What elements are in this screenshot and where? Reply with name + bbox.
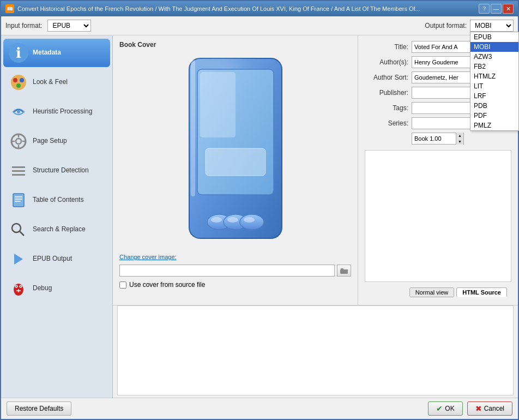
restore-defaults-button[interactable]: Restore Defaults [7, 401, 71, 416]
title-bar: 📖 Convert Historical Epochs of the Frenc… [1, 1, 518, 16]
sidebar-label-debug: Debug [33, 284, 52, 293]
ok-label: OK [445, 405, 454, 412]
page-setup-icon [9, 131, 28, 151]
close-button[interactable]: ✕ [503, 4, 514, 14]
metadata-icon: ℹ [9, 43, 28, 63]
html-source-area[interactable] [117, 305, 514, 395]
sidebar-label-heuristic: Heuristic Processing [33, 107, 92, 116]
use-cover-checkbox[interactable] [119, 281, 126, 289]
action-buttons: ✔ OK ✖ Cancel [428, 401, 512, 416]
main-window: 📖 Convert Historical Epochs of the Frenc… [0, 0, 519, 420]
sidebar-label-search-replace: Search & Replace [33, 225, 86, 234]
output-format-row: Output format: EPUB MOBI EPUB MOBI AZW3 … [425, 20, 514, 32]
dropdown-item-pmlz[interactable]: PMLZ [470, 121, 518, 130]
book-number-input[interactable] [412, 133, 456, 144]
use-cover-row: Use cover from source file [119, 281, 351, 289]
spin-buttons: ▲ ▼ [456, 133, 463, 145]
svg-point-39 [244, 217, 255, 223]
book-cover-image [176, 53, 295, 249]
ok-icon: ✔ [436, 404, 443, 413]
sidebar-item-heuristic[interactable]: Heuristic Processing [3, 98, 110, 126]
cover-input-row [119, 265, 351, 277]
debug-icon [9, 279, 28, 298]
normal-view-tab[interactable]: Normal view [409, 287, 455, 297]
book-cover-title: Book Cover [119, 41, 351, 49]
change-cover-link[interactable]: Change cover image: [119, 254, 351, 260]
sidebar-item-debug[interactable]: Debug [3, 274, 110, 303]
dropdown-item-lit[interactable]: LIT [470, 81, 518, 91]
book-number-spinbox: ▲ ▼ [412, 133, 464, 145]
output-format-select[interactable]: EPUB MOBI [470, 20, 514, 32]
svg-point-2 [20, 78, 24, 82]
sidebar: ℹ Metadata Look & Feel [1, 35, 113, 398]
svg-point-19 [12, 224, 21, 232]
dropdown-item-fb2[interactable]: FB2 [470, 62, 518, 71]
cover-browse-button[interactable] [337, 265, 351, 277]
epub-output-icon [9, 249, 28, 269]
svg-rect-33 [206, 148, 265, 176]
use-cover-label[interactable]: Use cover from source file [129, 281, 205, 289]
svg-rect-40 [191, 60, 195, 196]
input-format-select[interactable]: EPUB MOBI PDF AZW3 [47, 20, 91, 32]
bottom-bar: Restore Defaults ✔ OK ✖ Cancel [1, 398, 518, 419]
dropdown-item-azw3[interactable]: AZW3 [470, 52, 518, 62]
html-source-tab[interactable]: HTML Source [456, 287, 507, 297]
window-title: Convert Historical Epochs of the French … [17, 5, 475, 12]
heuristic-icon [9, 102, 28, 122]
cancel-label: Cancel [484, 405, 504, 412]
dropdown-item-mobi[interactable]: MOBI [470, 42, 518, 52]
app-icon: 📖 [5, 4, 14, 13]
dropdown-item-lrf[interactable]: LRF [470, 91, 518, 101]
svg-line-20 [20, 231, 24, 236]
minimize-button[interactable]: — [491, 4, 502, 14]
svg-marker-21 [14, 254, 23, 265]
sidebar-item-epub-output[interactable]: EPUB Output [3, 245, 110, 273]
sidebar-label-metadata: Metadata [33, 49, 61, 57]
search-replace-icon [9, 220, 28, 239]
sidebar-item-metadata[interactable]: ℹ Metadata [3, 39, 110, 67]
title-label: Title: [365, 43, 408, 51]
sidebar-item-page-setup[interactable]: Page Setup [3, 127, 110, 155]
svg-rect-32 [200, 72, 236, 137]
sidebar-item-search-replace[interactable]: Search & Replace [3, 215, 110, 244]
svg-rect-14 [13, 194, 24, 207]
series-label: Series: [365, 119, 408, 127]
toolbar: Input format: EPUB MOBI PDF AZW3 Output … [1, 16, 518, 35]
svg-point-1 [13, 78, 17, 82]
dropdown-item-pdb[interactable]: PDB [470, 101, 518, 111]
svg-rect-11 [12, 166, 25, 168]
toc-icon [9, 190, 28, 210]
tags-label: Tags: [365, 104, 408, 112]
svg-rect-13 [12, 174, 25, 176]
spin-down-button[interactable]: ▼ [456, 139, 463, 145]
structure-icon [9, 161, 28, 181]
help-button[interactable]: ? [479, 4, 490, 14]
sidebar-item-toc[interactable]: Table of Contents [3, 186, 110, 214]
svg-rect-42 [341, 268, 343, 270]
output-format-container: EPUB MOBI EPUB MOBI AZW3 FB2 HTMLZ LIT L… [470, 20, 514, 32]
cover-path-input[interactable] [119, 265, 335, 277]
dropdown-item-epub[interactable]: EPUB [470, 32, 518, 42]
svg-point-37 [211, 217, 222, 223]
svg-rect-12 [12, 170, 25, 172]
svg-point-25 [16, 286, 17, 287]
svg-point-38 [227, 217, 238, 223]
description-area[interactable] [365, 150, 511, 282]
cancel-button[interactable]: ✖ Cancel [467, 401, 512, 416]
ok-button[interactable]: ✔ OK [428, 401, 462, 416]
sidebar-item-look-feel[interactable]: Look & Feel [3, 68, 110, 97]
sidebar-label-structure: Structure Detection [33, 166, 89, 175]
output-format-dropdown[interactable]: EPUB MOBI AZW3 FB2 HTMLZ LIT LRF PDB PDF… [470, 32, 519, 131]
main-content: ℹ Metadata Look & Feel [1, 35, 518, 398]
dropdown-item-htmlz[interactable]: HTMLZ [470, 71, 518, 81]
sidebar-label-toc: Table of Contents [33, 196, 83, 205]
look-feel-icon [9, 73, 28, 92]
panel-top: Book Cover [113, 35, 518, 305]
svg-rect-41 [340, 269, 348, 274]
spin-up-button[interactable]: ▲ [456, 133, 463, 139]
svg-point-26 [20, 286, 21, 287]
cancel-icon: ✖ [475, 404, 482, 413]
svg-point-4 [17, 110, 20, 113]
sidebar-item-structure[interactable]: Structure Detection [3, 157, 110, 185]
dropdown-item-pdf[interactable]: PDF [470, 111, 518, 121]
